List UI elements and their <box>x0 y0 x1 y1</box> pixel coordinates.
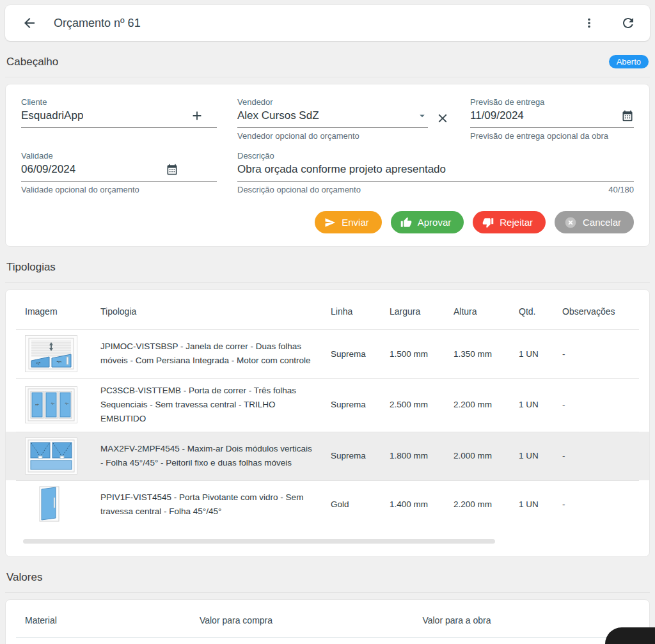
header-form-card: Cliente EsquadriApp Vendedor Alex Cursos… <box>5 84 650 247</box>
aprovar-button[interactable]: Aprovar <box>391 211 464 233</box>
table-row[interactable]: MAX2FV-2MPF4545 - Maxim-ar Dois módulos … <box>6 432 649 480</box>
refresh-icon[interactable] <box>620 15 636 31</box>
previsao-field[interactable]: Previsão de entrega 11/09/2024 Previsão … <box>470 97 634 141</box>
clear-vendedor-icon[interactable] <box>436 111 450 125</box>
janela-correr-persiana-icon <box>25 335 77 372</box>
descricao-char-counter: 40/180 <box>608 185 634 194</box>
descricao-field[interactable]: Descrição Obra orçada conforme projeto a… <box>237 151 634 194</box>
page-title: Orçamento nº 61 <box>54 17 141 30</box>
enviar-button[interactable]: Enviar <box>315 211 382 233</box>
porta-correr-tres-folhas-icon <box>25 386 77 423</box>
tipologias-table-header: Imagem Tipologia Linha Largura Altura Qt… <box>6 306 649 329</box>
table-row[interactable]: PPIV1F-VIST4545 - Porta Pivotante com vi… <box>6 480 649 529</box>
rejeitar-button[interactable]: Rejeitar <box>473 211 546 233</box>
section-title-tipologias: Tipologias <box>6 261 56 274</box>
kebab-menu-icon[interactable] <box>582 16 596 30</box>
action-buttons-row: Enviar Aprovar Rejeitar Cancelar <box>21 211 634 233</box>
thumb-down-icon <box>482 217 494 228</box>
table-row: Perfis R$ 7.578,58 R$ 3.884,98 <box>6 638 649 644</box>
validade-helper: Validade opcional do orçamento <box>21 185 217 194</box>
cliente-value[interactable]: EsquadriApp <box>21 109 83 122</box>
section-valores-header: Valores <box>5 571 650 593</box>
tipologia-description: PPIV1F-VIST4545 - Porta Pivotante com vi… <box>100 491 331 519</box>
chevron-down-icon[interactable] <box>416 110 428 122</box>
section-tipologias-header: Tipologias <box>5 261 650 283</box>
cliente-field[interactable]: Cliente EsquadriApp <box>21 97 217 141</box>
valores-card: Material Valor para compra Valor para a … <box>5 599 650 644</box>
valores-table-header: Material Valor para compra Valor para a … <box>6 615 649 637</box>
table-row[interactable]: JPIMOC-VISTSBSP - Janela de correr - Dua… <box>6 329 649 378</box>
cancelar-button[interactable]: Cancelar <box>555 211 634 233</box>
vendedor-field[interactable]: Vendedor Alex Cursos SdZ Vendedor opcion… <box>237 97 428 141</box>
app-bar: Orçamento nº 61 <box>5 5 650 41</box>
descricao-helper: Descrição opcional do orçamento <box>237 185 361 194</box>
section-title-valores: Valores <box>6 571 42 584</box>
horizontal-scrollbar[interactable] <box>23 539 495 544</box>
descricao-value[interactable]: Obra orçada conforme projeto apresentado <box>237 163 446 176</box>
send-icon <box>324 217 336 228</box>
section-title-cabecalho: Cabeçalho <box>6 56 58 68</box>
tipologia-description: PC3SCB-VISTTEMB - Porta de correr - Três… <box>100 384 331 426</box>
descricao-label: Descrição <box>237 151 634 161</box>
tipologia-description: MAX2FV-2MPF4545 - Maxim-ar Dois módulos … <box>100 442 331 470</box>
vendedor-label: Vendedor <box>237 97 428 107</box>
previsao-label: Previsão de entrega <box>470 97 634 107</box>
tipologia-description: JPIMOC-VISTSBSP - Janela de correr - Dua… <box>100 340 331 368</box>
validade-field[interactable]: Validade 06/09/2024 Validade opcional do… <box>21 151 217 194</box>
status-badge: Aberto <box>609 55 649 68</box>
back-icon[interactable] <box>22 15 37 31</box>
floating-action-button[interactable] <box>605 627 655 644</box>
calendar-icon[interactable] <box>621 109 634 122</box>
vendedor-helper: Vendedor opcional do orçamento <box>237 131 428 141</box>
section-cabecalho-header: Cabeçalho Aberto <box>5 55 650 77</box>
previsao-helper: Previsão de entrega opcional da obra <box>470 131 634 141</box>
calendar-icon[interactable] <box>166 163 178 176</box>
porta-pivotante-vidro-icon <box>25 486 77 523</box>
add-client-icon[interactable] <box>190 109 204 123</box>
previsao-value[interactable]: 11/09/2024 <box>470 109 524 122</box>
cancel-circle-icon <box>564 216 577 229</box>
validade-label: Validade <box>21 151 217 161</box>
cliente-label: Cliente <box>21 97 217 107</box>
thumb-up-icon <box>400 217 412 228</box>
maxim-ar-dois-modulos-icon <box>25 437 77 475</box>
table-row[interactable]: PC3SCB-VISTTEMB - Porta de correr - Três… <box>6 378 649 432</box>
tipologias-card: Imagem Tipologia Linha Largura Altura Qt… <box>5 289 650 557</box>
validade-value[interactable]: 06/09/2024 <box>21 163 75 176</box>
vendedor-value[interactable]: Alex Cursos SdZ <box>237 109 319 122</box>
